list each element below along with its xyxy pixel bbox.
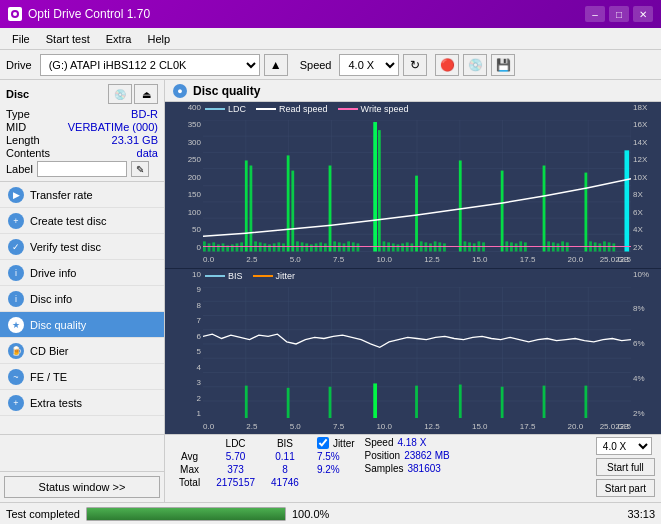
svg-rect-54 (357, 243, 360, 251)
drive-select[interactable]: (G:) ATAPI iHBS112 2 CL0K (40, 54, 260, 76)
max-bis: 8 (263, 463, 307, 476)
length-row: Length 23.31 GB (6, 134, 158, 146)
menu-extra[interactable]: Extra (98, 31, 140, 47)
menu-start-test[interactable]: Start test (38, 31, 98, 47)
samples-value: 381603 (407, 463, 440, 474)
time-text: 33:13 (627, 508, 655, 520)
nav-verify-test-disc[interactable]: ✓ Verify test disc (0, 234, 164, 260)
speed-select[interactable]: 4.0 X (339, 54, 399, 76)
svg-rect-35 (268, 244, 271, 251)
eject-button[interactable]: ▲ (264, 54, 288, 76)
svg-rect-34 (263, 243, 266, 251)
svg-rect-122 (501, 386, 504, 418)
jitter-check-row: Jitter (317, 437, 355, 449)
progress-fill (87, 508, 285, 520)
ldc-y-axis-left: 400 350 300 250 200 150 100 50 0 (165, 102, 203, 252)
main-content: ● Disc quality LDC Read speed (165, 80, 661, 434)
nav-fe-te[interactable]: ~ FE / TE (0, 364, 164, 390)
max-label: Max (171, 463, 208, 476)
svg-rect-39 (287, 155, 290, 251)
combined-bottom: Status window >> LDC BIS (0, 434, 661, 502)
contents-label: Contents (6, 147, 50, 159)
status-window-button[interactable]: Status window >> (4, 476, 160, 498)
verify-test-icon: ✓ (8, 239, 24, 255)
contents-row: Contents data (6, 147, 158, 159)
combined-bottom-left: Status window >> (0, 435, 165, 502)
menu-help[interactable]: Help (139, 31, 178, 47)
svg-rect-47 (324, 243, 327, 251)
disc-panel-title: Disc (6, 88, 29, 100)
status-text: Test completed (6, 508, 80, 520)
avg-row: Avg 5.70 0.11 (171, 450, 307, 463)
bis-y-axis-left: 10 9 8 7 6 5 4 3 2 1 (165, 269, 203, 419)
ldc-x-axis: 0.0 2.5 5.0 7.5 10.0 12.5 15.0 17.5 20.0… (203, 252, 631, 268)
burn-button[interactable]: 🔴 (435, 54, 459, 76)
max-jitter: 9.2% (317, 464, 355, 475)
menu-bar: File Start test Extra Help (0, 28, 661, 50)
label-input[interactable] (37, 161, 127, 177)
final-bar: Test completed 100.0% 33:13 (0, 502, 661, 524)
total-row: Total 2175157 41746 (171, 476, 307, 489)
drive-label: Drive (6, 59, 32, 71)
progress-bar (86, 507, 286, 521)
svg-rect-123 (543, 385, 546, 418)
save-button[interactable]: 💾 (491, 54, 515, 76)
speed-dropdown[interactable]: 4.0 X (596, 437, 652, 455)
minimize-button[interactable]: – (585, 6, 605, 22)
svg-rect-70 (443, 243, 446, 251)
nav-disc-info[interactable]: i Disc info (0, 286, 164, 312)
avg-ldc: 5.70 (208, 450, 263, 463)
mid-label: MID (6, 121, 26, 133)
nav-extra-tests[interactable]: + Extra tests (0, 390, 164, 416)
bis-legend: BIS Jitter (205, 271, 295, 281)
nav-cd-bier[interactable]: 🍺 CD Bier (0, 338, 164, 364)
label-edit-button[interactable]: ✎ (131, 161, 149, 177)
extra-tests-icon: + (8, 395, 24, 411)
jitter-label: Jitter (333, 438, 355, 449)
svg-rect-86 (557, 243, 560, 251)
chart-header: ● Disc quality (165, 80, 661, 102)
jitter-checkbox[interactable] (317, 437, 329, 449)
avg-label: Avg (171, 450, 208, 463)
svg-rect-92 (598, 243, 601, 251)
chart-title: Disc quality (193, 84, 260, 98)
svg-rect-60 (397, 244, 400, 251)
svg-rect-55 (373, 122, 377, 251)
ldc-y-axis-right: 18X 16X 14X 12X 10X 8X 6X 4X 2X (631, 102, 661, 252)
svg-rect-118 (329, 386, 332, 418)
svg-rect-63 (410, 243, 413, 251)
disc-icon-btn[interactable]: 💿 (108, 84, 132, 104)
start-part-button[interactable]: Start part (596, 479, 655, 497)
sidebar: Disc 💿 ⏏ Type BD-R MID VERBATIMe (000) L… (0, 80, 165, 434)
speed-section: Speed 4.18 X Position 23862 MB Samples 3… (365, 437, 450, 474)
disc-button[interactable]: 💿 (463, 54, 487, 76)
bis-x-axis: 0.0 2.5 5.0 7.5 10.0 12.5 15.0 17.5 20.0… (203, 418, 631, 434)
close-button[interactable]: ✕ (633, 6, 653, 22)
progress-label: 100.0% (292, 508, 329, 520)
svg-rect-38 (282, 243, 285, 251)
svg-rect-71 (459, 160, 462, 251)
nav-disc-quality[interactable]: ★ Disc quality (0, 312, 164, 338)
ldc-col-header: LDC (208, 437, 263, 450)
cd-bier-icon: 🍺 (8, 343, 24, 359)
maximize-button[interactable]: □ (609, 6, 629, 22)
nav-drive-info[interactable]: i Drive info (0, 260, 164, 286)
svg-rect-31 (250, 166, 253, 252)
start-full-button[interactable]: Start full (596, 458, 655, 476)
position-value: 23862 MB (404, 450, 450, 461)
bis-chart-section: BIS Jitter 10 9 8 7 6 5 (165, 269, 661, 435)
status-btn-area: Status window >> (0, 471, 164, 502)
chart-header-icon: ● (173, 84, 187, 98)
svg-rect-119 (373, 383, 377, 418)
max-ldc: 373 (208, 463, 263, 476)
refresh-button[interactable]: ↻ (403, 54, 427, 76)
menu-file[interactable]: File (4, 31, 38, 47)
speed-label-stat: Speed (365, 437, 394, 448)
disc-eject-btn[interactable]: ⏏ (134, 84, 158, 104)
stats-table: LDC BIS Avg 5.70 0.11 Max 373 (171, 437, 307, 489)
speed-label: Speed (300, 59, 332, 71)
nav-create-test-disc[interactable]: + Create test disc (0, 208, 164, 234)
create-test-icon: + (8, 213, 24, 229)
svg-rect-83 (543, 166, 546, 252)
nav-transfer-rate[interactable]: ▶ Transfer rate (0, 182, 164, 208)
